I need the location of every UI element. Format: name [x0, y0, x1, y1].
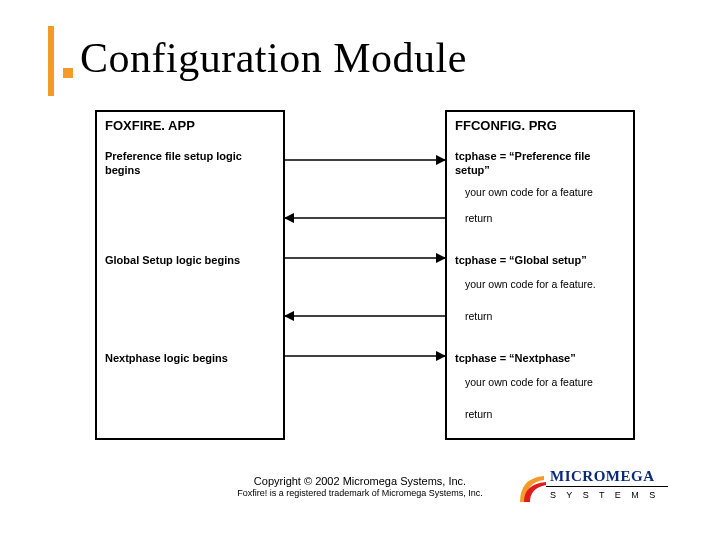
logo-swoosh-icon	[518, 472, 548, 504]
logo-rule	[546, 486, 668, 487]
right-block2-sub2: return	[465, 310, 627, 323]
accent-dot	[63, 68, 73, 78]
right-box: FFCONFIG. PRG tcphase = “Preference file…	[445, 110, 635, 440]
right-block1-line1: tcphase = “Preference file setup”	[455, 150, 625, 178]
right-block3-sub1: your own code for a feature	[465, 376, 627, 389]
accent-bar	[48, 26, 54, 96]
logo-sub-text: S Y S T E M S	[550, 490, 662, 501]
right-block3-line1: tcphase = “Nextphase”	[455, 352, 625, 366]
logo-brand-text: MICROMEGA	[550, 468, 655, 485]
left-entry-nextphase: Nextphase logic begins	[105, 352, 275, 366]
left-header: FOXFIRE. APP	[105, 118, 275, 133]
right-block2-sub1: your own code for a feature.	[465, 278, 627, 291]
right-block1-sub1: your own code for a feature	[465, 186, 627, 199]
right-header: FFCONFIG. PRG	[455, 118, 625, 133]
right-block3-sub2: return	[465, 408, 627, 421]
micromega-logo: MICROMEGA S Y S T E M S	[518, 468, 668, 508]
diagram: FOXFIRE. APP Preference file setup logic…	[95, 110, 635, 440]
left-entry-preference: Preference file setup logic begins	[105, 150, 275, 178]
right-block2-line1: tcphase = “Global setup”	[455, 254, 625, 268]
left-entry-global: Global Setup logic begins	[105, 254, 275, 268]
right-block1-sub2: return	[465, 212, 627, 225]
page-title: Configuration Module	[80, 34, 467, 82]
left-box: FOXFIRE. APP Preference file setup logic…	[95, 110, 285, 440]
